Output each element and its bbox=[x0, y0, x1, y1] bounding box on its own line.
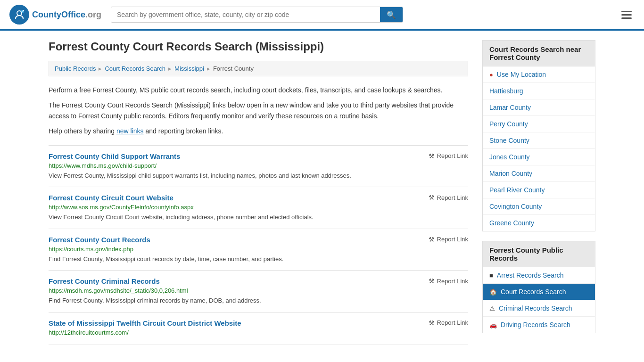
sidebar-nearby-item-5[interactable]: Jones County bbox=[483, 149, 595, 165]
search-icon: 🔍 bbox=[387, 11, 396, 19]
page-title: Forrest County Court Records Search (Mis… bbox=[49, 40, 468, 53]
new-links-link[interactable]: new links bbox=[116, 127, 144, 135]
sidebar-nearby-link[interactable]: Stone County bbox=[489, 137, 529, 144]
nearby-section: Court Records Search near Forrest County… bbox=[482, 40, 595, 231]
report-link-label: Report Link bbox=[437, 236, 468, 243]
record-url: https://msdh.ms.gov/msdhsite/_static/30,… bbox=[49, 287, 468, 294]
description: Perform a free Forrest County, MS public… bbox=[49, 85, 468, 137]
record-item: Forrest County Circuit Court Website ⚒ R… bbox=[49, 187, 468, 229]
breadcrumb-current: Forrest County bbox=[213, 65, 254, 72]
main-content: Forrest County Court Records Search (Mis… bbox=[39, 31, 605, 354]
records-list: Forrest County Child Support Warrants ⚒ … bbox=[49, 145, 468, 345]
search-button[interactable]: 🔍 bbox=[380, 7, 403, 22]
sidebar-nearby-link[interactable]: Hattiesburg bbox=[489, 87, 523, 95]
record-url: https://courts.ms.gov/index.php bbox=[49, 246, 468, 253]
record-title[interactable]: Forrest County Court Records bbox=[49, 236, 150, 244]
breadcrumb-public-records[interactable]: Public Records bbox=[55, 65, 96, 72]
report-link-button[interactable]: ⚒ Report Link bbox=[429, 236, 468, 243]
breadcrumb-mississippi[interactable]: Mississippi bbox=[174, 65, 204, 72]
public-records-section: Forrest County Public Records ■Arrest Re… bbox=[482, 241, 595, 333]
desc-para1: Perform a free Forrest County, MS public… bbox=[49, 85, 468, 95]
public-records-link[interactable]: Criminal Records Search bbox=[499, 304, 572, 312]
breadcrumb-sep1: ▸ bbox=[99, 65, 102, 72]
sidebar-public-records-item-3[interactable]: 🚗Driving Records Search bbox=[483, 317, 595, 333]
sidebar-nearby-item-8[interactable]: Covington County bbox=[483, 198, 595, 215]
sidebar-nearby-item-2[interactable]: Lamar County bbox=[483, 99, 595, 116]
record-desc: Find Forrest County, Mississippi court r… bbox=[49, 255, 468, 264]
record-desc: View Forrest County, Mississippi child s… bbox=[49, 171, 468, 181]
report-link-button[interactable]: ⚒ Report Link bbox=[429, 319, 468, 327]
sidebar: Court Records Search near Forrest County… bbox=[482, 40, 595, 345]
record-title[interactable]: Forrest County Child Support Warrants bbox=[49, 152, 180, 160]
desc-para3: Help others by sharing new links and rep… bbox=[49, 126, 468, 136]
sidebar-public-records-item-0[interactable]: ■Arrest Records Search bbox=[483, 267, 595, 284]
sidebar-nearby-link[interactable]: Covington County bbox=[489, 203, 542, 210]
public-records-title: Forrest County Public Records bbox=[482, 241, 595, 267]
record-header: Forrest County Circuit Court Website ⚒ R… bbox=[49, 194, 468, 202]
report-icon: ⚒ bbox=[429, 194, 435, 201]
sidebar-nearby-item-6[interactable]: Marion County bbox=[483, 165, 595, 182]
record-item: Forrest County Court Records ⚒ Report Li… bbox=[49, 229, 468, 271]
sidebar-nearby-link[interactable]: Use My Location bbox=[497, 71, 546, 78]
report-link-button[interactable]: ⚒ Report Link bbox=[429, 194, 468, 201]
record-title[interactable]: Forrest County Criminal Records bbox=[49, 277, 160, 285]
sidebar-nearby-item-0[interactable]: ●Use My Location bbox=[483, 66, 595, 83]
sidebar-public-records-item-2[interactable]: ⚠Criminal Records Search bbox=[483, 300, 595, 317]
record-desc: View Forrest County Circuit Court websit… bbox=[49, 213, 468, 222]
record-item: Forrest County Child Support Warrants ⚒ … bbox=[49, 145, 468, 187]
nearby-title: Court Records Search near Forrest County bbox=[482, 40, 595, 66]
logo[interactable]: CountyOffice.org bbox=[9, 5, 101, 25]
sidebar-nearby-link[interactable]: Greene County bbox=[489, 219, 534, 227]
breadcrumb-court-records[interactable]: Court Records Search bbox=[105, 65, 165, 72]
report-link-button[interactable]: ⚒ Report Link bbox=[429, 277, 468, 285]
report-link-label: Report Link bbox=[437, 319, 468, 326]
report-link-label: Report Link bbox=[437, 194, 468, 201]
location-pin-icon: ● bbox=[489, 71, 493, 78]
sidebar-public-records-item-1[interactable]: 🏠Court Records Search bbox=[483, 284, 595, 300]
record-title[interactable]: State of Mississippi Twelfth Circuit Cou… bbox=[49, 319, 241, 327]
report-icon: ⚒ bbox=[429, 152, 435, 160]
sidebar-nearby-link[interactable]: Perry County bbox=[489, 120, 528, 128]
record-header: Forrest County Child Support Warrants ⚒ … bbox=[49, 152, 468, 160]
public-records-link[interactable]: Arrest Records Search bbox=[497, 272, 564, 279]
breadcrumb-sep3: ▸ bbox=[207, 65, 210, 72]
search-bar: 🔍 bbox=[111, 7, 403, 23]
header: CountyOffice.org 🔍 bbox=[0, 0, 644, 31]
report-link-button[interactable]: ⚒ Report Link bbox=[429, 152, 468, 160]
search-input[interactable] bbox=[111, 7, 380, 22]
sidebar-nearby-item-1[interactable]: Hattiesburg bbox=[483, 83, 595, 99]
public-records-icon-criminal: ⚠ bbox=[489, 305, 495, 312]
public-records-icon-court: 🏠 bbox=[489, 288, 497, 296]
record-url: http://www.sos.ms.gov/CountyEleinfo/coun… bbox=[49, 204, 468, 211]
breadcrumb-sep2: ▸ bbox=[168, 65, 172, 72]
desc-para2: The Forrest County Court Records Search … bbox=[49, 100, 468, 121]
record-item: Forrest County Criminal Records ⚒ Report… bbox=[49, 270, 468, 312]
sidebar-nearby-link[interactable]: Lamar County bbox=[489, 104, 531, 111]
record-url: http://12thcircuitcourtms.com/ bbox=[49, 329, 468, 336]
menu-button[interactable] bbox=[619, 8, 635, 22]
record-header: State of Mississippi Twelfth Circuit Cou… bbox=[49, 319, 468, 327]
report-icon: ⚒ bbox=[429, 236, 435, 243]
public-records-link[interactable]: Driving Records Search bbox=[501, 321, 570, 329]
report-icon: ⚒ bbox=[429, 277, 435, 285]
report-link-label: Report Link bbox=[437, 278, 468, 285]
sidebar-nearby-link[interactable]: Marion County bbox=[489, 170, 532, 177]
report-icon: ⚒ bbox=[429, 319, 435, 327]
sidebar-nearby-link[interactable]: Pearl River County bbox=[489, 186, 545, 194]
public-records-icon-arrest: ■ bbox=[489, 272, 493, 279]
record-header: Forrest County Court Records ⚒ Report Li… bbox=[49, 236, 468, 244]
record-title[interactable]: Forrest County Circuit Court Website bbox=[49, 194, 173, 202]
breadcrumb: Public Records ▸ Court Records Search ▸ … bbox=[49, 61, 468, 76]
public-records-link[interactable]: Court Records Search bbox=[501, 288, 566, 296]
logo-icon bbox=[9, 5, 29, 25]
sidebar-nearby-item-3[interactable]: Perry County bbox=[483, 116, 595, 132]
content-area: Forrest County Court Records Search (Mis… bbox=[49, 40, 468, 345]
sidebar-nearby-item-9[interactable]: Greene County bbox=[483, 215, 595, 231]
sidebar-nearby-item-7[interactable]: Pearl River County bbox=[483, 182, 595, 198]
record-desc: Find Forrest County, Mississippi crimina… bbox=[49, 296, 468, 305]
sidebar-nearby-link[interactable]: Jones County bbox=[489, 153, 530, 161]
record-item: State of Mississippi Twelfth Circuit Cou… bbox=[49, 312, 468, 345]
record-url: https://www.mdhs.ms.gov/child-support/ bbox=[49, 162, 468, 169]
sidebar-nearby-item-4[interactable]: Stone County bbox=[483, 132, 595, 149]
public-records-icon-driving: 🚗 bbox=[489, 321, 497, 329]
